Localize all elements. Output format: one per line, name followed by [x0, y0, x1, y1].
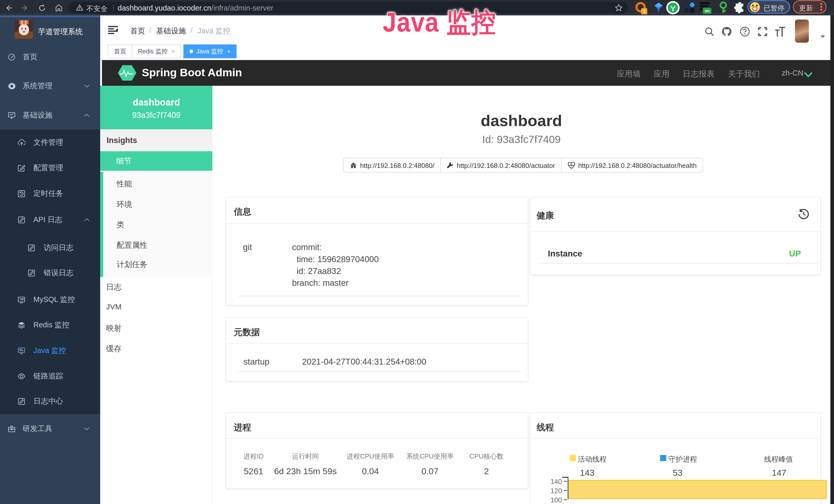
svg-text:1: 1 — [643, 9, 645, 14]
svg-text:on: on — [705, 8, 709, 13]
